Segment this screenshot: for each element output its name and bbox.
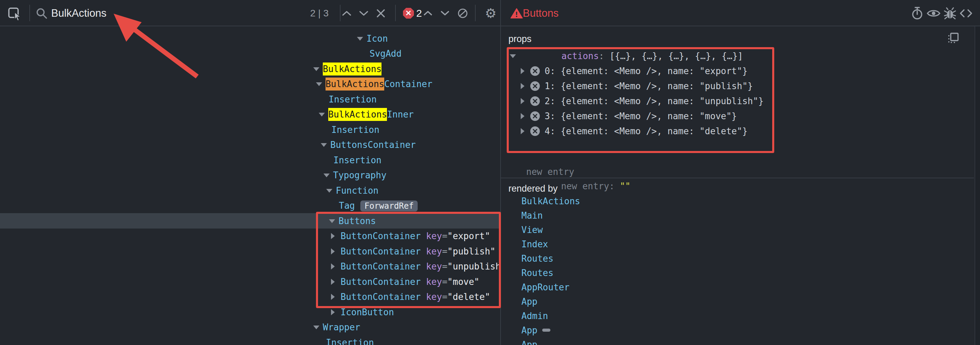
- expander-open-icon[interactable]: [323, 174, 329, 177]
- delete-entry-icon[interactable]: [530, 66, 540, 76]
- inspect-element-button[interactable]: [6, 0, 24, 26]
- previous-result-button[interactable]: [339, 0, 354, 26]
- component-name: Insertion: [0, 125, 379, 135]
- expander-closed-icon[interactable]: [521, 128, 525, 134]
- tree-row[interactable]: ButtonContainer key="delete": [0, 289, 500, 305]
- chevron-down-icon: [440, 10, 450, 16]
- tree-row[interactable]: ButtonContainer key="publish": [0, 244, 500, 259]
- props-new-entry-row[interactable]: new entry: "": [501, 179, 974, 194]
- rendered-by-item[interactable]: BulkActions: [522, 194, 580, 208]
- rendered-by-item[interactable]: AppRouter: [522, 280, 570, 294]
- expander-open-icon[interactable]: [329, 219, 335, 223]
- expander-open-icon[interactable]: [319, 113, 325, 117]
- rendered-by-item[interactable]: Routes: [522, 265, 554, 280]
- rendered-by-item[interactable]: App: [522, 294, 538, 309]
- expander-closed-icon[interactable]: [331, 309, 335, 315]
- delete-entry-icon[interactable]: [530, 126, 540, 136]
- component-name: ButtonContainer key="delete": [0, 292, 490, 302]
- tree-row[interactable]: TagForwardRef: [0, 198, 500, 214]
- expander-open-icon[interactable]: [326, 189, 332, 193]
- expander-closed-icon[interactable]: [331, 279, 335, 285]
- clear-errors-button[interactable]: [455, 0, 470, 26]
- close-icon: [376, 9, 385, 18]
- tree-row[interactable]: Insertion: [0, 91, 500, 107]
- rendered-by-item[interactable]: Main: [522, 208, 543, 223]
- rendered-by-item[interactable]: App: [522, 323, 550, 337]
- expander-closed-icon[interactable]: [331, 233, 335, 239]
- toolbar-divider: [395, 5, 396, 21]
- tree-row[interactable]: IconButton: [0, 304, 500, 320]
- code-icon: [959, 8, 972, 18]
- component-name: Insertion: [0, 94, 377, 104]
- view-source-button[interactable]: [958, 0, 974, 26]
- settings-button[interactable]: ⚙: [482, 0, 500, 26]
- tree-row[interactable]: Buttons: [0, 213, 500, 228]
- expander-open-icon[interactable]: [313, 67, 320, 71]
- search-input[interactable]: [51, 5, 291, 22]
- prop-array-item-row[interactable]: 1: {element: <Memo />, name: "publish"}: [501, 78, 974, 94]
- prop-array-item-row[interactable]: 2: {element: <Memo />, name: "unpublish"…: [501, 94, 974, 109]
- tree-row[interactable]: BulkActionsInner: [0, 107, 500, 122]
- tree-row[interactable]: BulkActions: [0, 61, 500, 77]
- expander-open-icon[interactable]: [316, 82, 322, 86]
- previous-error-button[interactable]: [420, 0, 435, 26]
- selected-component-title: Buttons: [523, 0, 558, 26]
- tree-row[interactable]: BulkActionsContainer: [0, 77, 500, 92]
- prop-array-item-row[interactable]: 0: {element: <Memo />, name: "export"}: [501, 64, 974, 78]
- rendered-by-item[interactable]: Admin: [522, 308, 548, 323]
- component-name: ButtonContainer key="move": [0, 277, 479, 287]
- tree-row[interactable]: Wrapper: [0, 320, 500, 335]
- tree-row[interactable]: Insertion: [0, 152, 500, 168]
- selected-component-header: Buttons: [500, 0, 980, 26]
- delete-entry-icon[interactable]: [530, 96, 540, 106]
- scrollbar-track[interactable]: [975, 26, 980, 345]
- component-name: BulkActionsInner: [0, 109, 414, 120]
- copy-props-button[interactable]: [947, 32, 959, 46]
- clear-search-button[interactable]: [373, 0, 388, 26]
- component-name: Wrapper: [0, 322, 360, 332]
- expander-open-icon[interactable]: [313, 326, 320, 329]
- expander-closed-icon[interactable]: [521, 113, 525, 119]
- component-name: IconButton: [0, 307, 394, 317]
- expander-closed-icon[interactable]: [521, 68, 525, 74]
- tree-row[interactable]: SvgAdd: [0, 46, 500, 61]
- prop-array-item-row[interactable]: 3: {element: <Memo />, name: "move"}: [501, 109, 974, 124]
- tree-row[interactable]: Typography: [0, 168, 500, 183]
- component-name: ButtonContainer key="publish": [0, 246, 495, 257]
- new-entry-value[interactable]: "": [620, 181, 630, 191]
- rendered-by-item[interactable]: Index: [522, 237, 548, 251]
- ban-icon: [457, 8, 468, 19]
- delete-entry-icon[interactable]: [530, 81, 540, 91]
- expander-closed-icon[interactable]: [521, 83, 525, 89]
- expander-closed-icon[interactable]: [521, 98, 525, 104]
- prop-row-actions[interactable]: actions: [{…}, {…}, {…}, {…}, {…}]: [501, 48, 974, 64]
- tree-row[interactable]: ButtonContainer key="export": [0, 228, 500, 244]
- tree-row[interactable]: Function: [0, 183, 500, 198]
- tree-row[interactable]: Insertion: [0, 122, 500, 137]
- tree-row[interactable]: ButtonContainer key="unpublish": [0, 259, 500, 274]
- expander-open-icon[interactable]: [357, 37, 363, 41]
- tree-row[interactable]: Insertion: [0, 335, 500, 345]
- error-count-badge: ✕: [402, 0, 414, 26]
- delete-entry-icon[interactable]: [530, 111, 540, 121]
- log-component-button[interactable]: [942, 0, 958, 26]
- expander-closed-icon[interactable]: [331, 294, 335, 300]
- next-result-button[interactable]: [356, 0, 371, 26]
- copy-icon: [947, 32, 959, 45]
- next-error-button[interactable]: [438, 0, 452, 26]
- rendered-by-item[interactable]: Routes: [522, 251, 554, 266]
- rendered-by-item[interactable]: App: [522, 337, 538, 345]
- tree-row[interactable]: ButtonsContainer: [0, 137, 500, 153]
- expander-open-icon[interactable]: [321, 143, 327, 147]
- suspend-toggle-button[interactable]: [910, 0, 925, 26]
- collapse-arrow-icon[interactable]: [510, 54, 516, 58]
- warning-triangle-icon: [510, 0, 523, 26]
- tree-row[interactable]: ButtonContainer key="move": [0, 274, 500, 289]
- tree-row[interactable]: Icon: [0, 31, 500, 46]
- prop-array-item-row[interactable]: 4: {element: <Memo />, name: "delete"}: [501, 124, 974, 139]
- search-result-count: 2 | 3: [306, 0, 333, 26]
- expander-closed-icon[interactable]: [331, 264, 335, 270]
- inspect-dom-button[interactable]: [926, 0, 941, 26]
- rendered-by-item[interactable]: View: [522, 222, 543, 237]
- expander-closed-icon[interactable]: [331, 248, 335, 254]
